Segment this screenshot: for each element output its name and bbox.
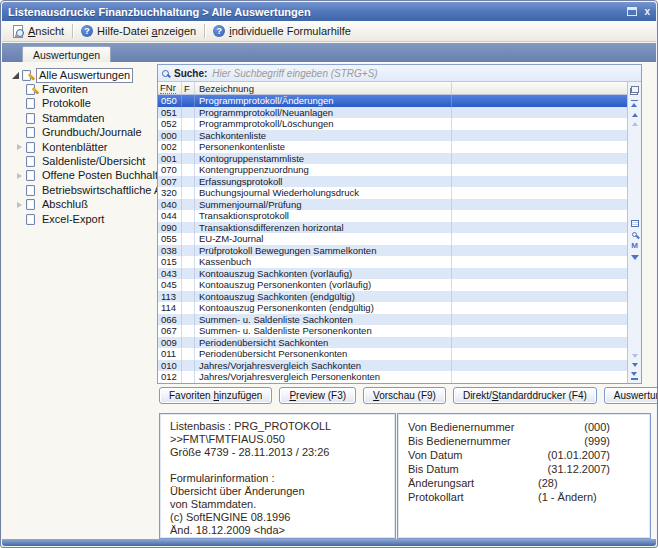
page-icon (26, 185, 35, 196)
cell-bezeichnung: Periodenübersicht Personenkonten (195, 348, 452, 360)
table-row[interactable]: 010Jahres/Vorjahresvergleich Sachkonten (158, 360, 627, 372)
column-header-bezeichnung[interactable]: Bezeichnung (195, 82, 452, 94)
cell-fnr: 010 (158, 360, 182, 372)
search-input[interactable]: Hier Suchbegriff eingeben (STRG+S) (212, 68, 377, 79)
ansicht-icon (12, 25, 24, 37)
card-view-icon[interactable] (631, 220, 639, 227)
table-row[interactable]: 012Jahres/Vorjahresvergleich Personenkon… (158, 371, 627, 383)
cell-fnr: 009 (158, 337, 182, 349)
page-icon (26, 214, 35, 225)
table-row[interactable]: 055EU-ZM-Journal (158, 233, 627, 245)
hilfe-datei-anzeigen-button[interactable]: ?Hilfe-Datei anzeigen (75, 23, 202, 39)
tree-item-excel-export[interactable]: Excel-Export (8, 212, 160, 226)
tree-item-favoriten[interactable]: Favoriten (8, 82, 160, 96)
zoom-icon[interactable] (632, 232, 637, 237)
auswertung-drucken-button[interactable]: Auswertung drucken (604, 387, 658, 404)
table-side-scrollbar[interactable]: M (627, 82, 641, 383)
table-row[interactable]: 052Programmprotokoll/Löschungen (158, 118, 627, 130)
window-controls: x (627, 7, 650, 17)
close-icon[interactable]: x (644, 7, 650, 17)
table-row[interactable]: 114Kontoauszug Personenkonten (endgültig… (158, 302, 627, 314)
table-row[interactable]: 000Sachkontenliste (158, 130, 627, 142)
scroll-down-faint-icon[interactable] (632, 354, 638, 358)
tab-auswertungen[interactable]: Auswertungen (22, 46, 111, 62)
individuelle-formularhilfe-button[interactable]: ?individuelle Formularhilfe (207, 23, 357, 39)
cell-empty (452, 245, 627, 257)
cell-bezeichnung: Prüfprotokoll Bewegungen Sammelkonten (195, 245, 452, 257)
table-row[interactable]: 040Summenjournal/Prüfung (158, 199, 627, 211)
tree-item-alle-auswertungen[interactable]: Alle Auswertungen (8, 68, 160, 82)
table-row[interactable]: 070Kontengruppenzuordnung (158, 164, 627, 176)
table-row[interactable]: 001Kontogruppenstammliste (158, 153, 627, 165)
tree-item-offene-posten-buchhaltung[interactable]: Offene Posten Buchhaltung (8, 169, 160, 183)
cell-favorite (182, 245, 195, 257)
goto-first-icon[interactable] (631, 100, 638, 108)
column-chooser-icon[interactable] (630, 86, 639, 95)
cell-favorite (182, 199, 195, 211)
table-row[interactable]: 113Kontoauszug Sachkonten (endgültig) (158, 291, 627, 303)
page-icon (26, 170, 35, 181)
ansicht-button[interactable]: Ansicht (6, 23, 70, 39)
tree-expander-icon[interactable] (14, 144, 24, 150)
cell-favorite (182, 337, 195, 349)
filter-icon[interactable] (631, 255, 639, 260)
tree-item-saldenliste-bersicht[interactable]: Saldenliste/Übersicht (8, 154, 160, 168)
table-row[interactable]: 044Transaktionsprotokoll (158, 210, 627, 222)
cell-empty (452, 153, 627, 165)
cell-bezeichnung: Personenkontenliste (195, 141, 452, 153)
param-value: (31.12.2007) (538, 462, 610, 476)
search-label: Suche: (174, 68, 207, 79)
cell-bezeichnung: Kontoauszug Personenkonten (endgültig) (195, 302, 452, 314)
search-bar[interactable]: Suche: Hier Suchbegriff eingeben (STRG+S… (158, 65, 641, 82)
cell-favorite (182, 360, 195, 372)
notepad-pencil-icon (22, 70, 31, 81)
cell-bezeichnung: Programmprotokoll/Änderungen (195, 95, 452, 107)
table-row[interactable]: 043Kontoauszug Sachkonten (vorläufig) (158, 268, 627, 280)
cell-bezeichnung: Periodenübersicht Sachkonten (195, 337, 452, 349)
column-header-f[interactable]: F (182, 82, 195, 94)
table-row[interactable]: 007Erfassungsprotokoll (158, 176, 627, 188)
table-row[interactable]: 320Buchungsjournal Wiederholungsdruck (158, 187, 627, 199)
tree-item-label: Favoriten (40, 83, 90, 96)
tree-item-protokolle[interactable]: Protokolle (8, 97, 160, 111)
favoriten-hinzufuegen-button[interactable]: Favoriten hinzufügen (159, 387, 272, 404)
table-row[interactable]: 090Transaktionsdifferenzen horizontal (158, 222, 627, 234)
scroll-up-faint-icon[interactable] (632, 122, 638, 126)
cell-bezeichnung: Jahres/Vorjahresvergleich Sachkonten (195, 360, 452, 372)
table-row[interactable]: 066Summen- u. Saldenliste Sachkonten (158, 314, 627, 326)
cell-empty (452, 337, 627, 349)
param-value: (28) (538, 476, 610, 490)
goto-last-icon[interactable] (631, 372, 638, 380)
tree-item-betriebswirtschaftliche-auswertungen[interactable]: Betriebswirtschaftliche Auswertungen (8, 183, 160, 197)
table-row[interactable]: 050Programmprotokoll/Änderungen (158, 95, 627, 107)
tree-item-kontenbl-tter[interactable]: Kontenblätter (8, 140, 160, 154)
tree-expander-icon[interactable] (10, 72, 20, 79)
tree-item-grundbuch-journale[interactable]: Grundbuch/Journale (8, 126, 160, 140)
param-row: Von Datum(01.01.2007) (408, 448, 650, 462)
cell-favorite (182, 268, 195, 280)
info-line: von Stammdaten. (170, 498, 395, 511)
table-row[interactable]: 015Kassenbuch (158, 256, 627, 268)
restore-icon[interactable] (627, 7, 637, 16)
table-row[interactable]: 038Prüfprotokoll Bewegungen Sammelkonten (158, 245, 627, 257)
table-row[interactable]: 011Periodenübersicht Personenkonten (158, 348, 627, 360)
table-row[interactable]: 002Personenkontenliste (158, 141, 627, 153)
scroll-down-icon[interactable] (632, 363, 638, 367)
direkt-standarddrucker-button[interactable]: Direkt/Standarddrucker (F4) (453, 387, 597, 404)
table-row[interactable]: 051Programmprotokoll/Neuanlagen (158, 107, 627, 119)
marker-icon[interactable]: M (631, 242, 638, 250)
preview-button[interactable]: Preview (F3) (279, 387, 356, 404)
scroll-up-icon[interactable] (632, 113, 638, 117)
cell-bezeichnung: Summen- u. Saldenliste Sachkonten (195, 314, 452, 326)
tree-item-abschlu[interactable]: Abschluß (8, 198, 160, 212)
tree-item-stammdaten[interactable]: Stammdaten (8, 111, 160, 125)
param-label: Von Bedienernummer (408, 421, 514, 433)
tree-expander-icon[interactable] (14, 202, 24, 208)
table-row[interactable]: 009Periodenübersicht Sachkonten (158, 337, 627, 349)
vorschau-button[interactable]: Vorschau (F9) (363, 387, 446, 404)
column-header-empty (452, 82, 627, 94)
column-header-fnr[interactable]: FNr (158, 82, 182, 94)
table-row[interactable]: 067Summen- u. Saldenliste Personenkonten (158, 325, 627, 337)
tree-expander-icon[interactable] (14, 173, 24, 179)
table-row[interactable]: 045Kontoauszug Personenkonten (vorläufig… (158, 279, 627, 291)
